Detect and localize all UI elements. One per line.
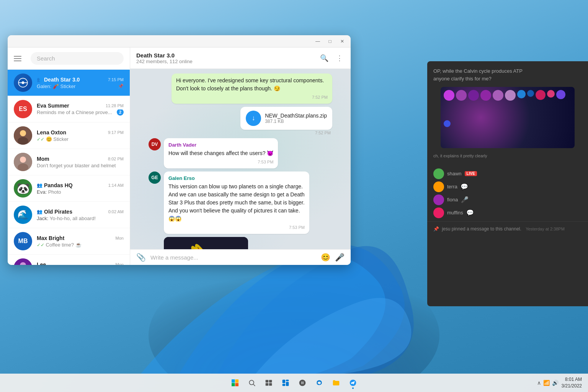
minimize-button[interactable]: — [312, 38, 323, 45]
file-time: 7:52 PM [240, 131, 332, 135]
chat-header-info: Death Star 3.0 242 members, 112 online [136, 52, 193, 64]
svg-rect-38 [266, 380, 269, 383]
telegram-window: — □ ✕ [8, 35, 351, 265]
cell-3 [468, 90, 479, 101]
pinned-time: Yesterday at 2:38PM [526, 227, 565, 231]
more-button[interactable]: ⋮ [335, 52, 345, 64]
sticker-svg [164, 237, 248, 250]
bg-app-image [441, 87, 574, 148]
start-button[interactable] [227, 375, 243, 390]
messages-area: Hi everyone. I've redesigned some key st… [130, 69, 351, 249]
badge-eva: 2 [117, 109, 124, 116]
cell-5 [493, 90, 503, 101]
avatar-lee [14, 258, 32, 265]
bubble-content-3: Darth Vader How will these changes affec… [164, 138, 278, 168]
sender-darth: Darth Vader [168, 141, 273, 149]
avatar-darth: DV [149, 138, 161, 150]
bg-avatar-fiona [433, 194, 444, 205]
chat-name-death-star: 👥 Death Star 3.0 [37, 77, 80, 83]
volume-icon: 🔊 [552, 380, 559, 386]
message-input[interactable] [150, 254, 316, 261]
chat-name-mom: Mom [37, 156, 49, 162]
svg-point-5 [20, 130, 26, 136]
taskbar-search[interactable] [244, 375, 260, 390]
svg-rect-40 [266, 383, 269, 386]
sticker-area: GE [149, 237, 332, 250]
chat-item-lena[interactable]: Lena Oxton 9:17 PM ✓✓ 😊 Sticker [8, 122, 130, 149]
bg-user-terra: terra 💬 [433, 181, 582, 192]
bg-chat-icon-terra: 💬 [461, 183, 468, 190]
chat-list: 👥 Death Star 3.0 7:15 PM Galen: 🧨 Sticke… [8, 70, 130, 265]
chat-header-actions: 🔍 ⋮ [318, 52, 345, 64]
chat-preview-death-star: Galen: 🧨 Sticker 📌 [37, 83, 124, 89]
sender-pandas: Eva: [37, 189, 47, 195]
chat-info-death-star: 👥 Death Star 3.0 7:15 PM Galen: 🧨 Sticke… [37, 77, 124, 89]
message-text-3: How will these changes affect the users?… [168, 149, 273, 157]
taskbar-time[interactable]: 8:01 AM 3/21/2022 [562, 376, 582, 389]
bg-avatar-terra [433, 181, 444, 192]
background-app: OP, while the Calvin cycle produces ATP … [427, 61, 588, 306]
chat-item-lee[interactable]: Lee Mon We can call it Galaxy Star 7 ;) [8, 255, 130, 265]
chat-info-lee: Lee Mon We can call it Galaxy Star 7 ;) [37, 261, 124, 265]
search-button[interactable]: 🔍 [318, 52, 330, 64]
chat-name-eva: Eva Summer [37, 103, 69, 109]
chat-name-lee: Lee [37, 261, 46, 265]
mic-button[interactable]: 🎤 [335, 253, 345, 262]
chat-time-max-bright: Mon [116, 236, 124, 240]
chat-item-eva[interactable]: ES Eva Summer 11:28 PM Reminds me of a C… [8, 96, 130, 122]
chat-name-pirates: 👥 Old Pirates [37, 209, 72, 215]
download-button[interactable]: ↓ [246, 111, 261, 126]
file-name: NEW_DeathStar.plans.zip [265, 113, 327, 119]
sidebar: 👥 Death Star 3.0 7:15 PM Galen: 🧨 Sticke… [8, 47, 130, 265]
cell-10 [547, 90, 555, 98]
svg-rect-42 [283, 380, 286, 383]
pinned-text: jesu pinned a message to this channel. [442, 226, 521, 232]
edge-button[interactable] [312, 375, 327, 390]
tray-icons: ∧ [537, 380, 541, 386]
svg-line-37 [253, 384, 255, 386]
chat-item-pirates[interactable]: 🌊 👥 Old Pirates 0:02 AM Jack: Yo-ho-ho, … [8, 202, 130, 228]
hamburger-line-1 [14, 56, 21, 57]
bg-username-muffins: muffins [447, 210, 463, 216]
chat-item-pandas[interactable]: 🐼 👥 Pandas HQ 1:14 AM Eva: Photo [8, 175, 130, 202]
hamburger-line-3 [14, 60, 21, 61]
sidebar-header [8, 47, 130, 70]
sender-pirates: Jack: [37, 216, 48, 221]
maximize-button[interactable]: □ [325, 38, 335, 45]
wifi-icon: 📶 [543, 380, 550, 386]
close-button[interactable]: ✕ [337, 38, 348, 45]
emoji-button[interactable]: 😊 [321, 253, 330, 262]
chat-item-death-star[interactable]: 👥 Death Star 3.0 7:15 PM Galen: 🧨 Sticke… [8, 70, 130, 96]
search-input[interactable] [31, 52, 124, 65]
message-1: Hi everyone. I've redesigned some key st… [172, 74, 332, 104]
chat-time-death-star: 7:15 PM [108, 77, 124, 82]
explorer-button[interactable] [328, 375, 344, 390]
cell-4 [480, 90, 491, 101]
cell-7 [517, 90, 526, 98]
bubble-content-1: Hi everyone. I've redesigned some key st… [172, 74, 332, 104]
message-text-4: This version can blow up two planets on … [168, 183, 305, 223]
bubble-time-1: 7:52 PM [176, 94, 328, 101]
svg-rect-34 [232, 383, 235, 387]
chat-preview-lena: ✓✓ 😊 Sticker [37, 136, 124, 142]
bg-user-shawn: shawn LIVE [433, 168, 582, 179]
bg-avatar-shawn [433, 168, 444, 179]
chat-button[interactable] [295, 375, 310, 390]
telegram-taskbar[interactable] [345, 375, 361, 390]
attach-button[interactable]: 📎 [136, 253, 146, 262]
widgets-button[interactable] [278, 375, 293, 390]
bg-username-terra: terra [447, 184, 457, 189]
message-3: DV Darth Vader How will these changes af… [149, 138, 278, 168]
file-size: 387.1 KB [265, 119, 327, 124]
svg-point-3 [22, 82, 24, 84]
menu-button[interactable] [14, 52, 26, 65]
message-4: GE Galen Erso This version can blow up t… [149, 172, 309, 234]
chat-item-mom[interactable]: Mom 8:02 PM Don't forget your blaster an… [8, 149, 130, 175]
svg-point-9 [18, 163, 28, 171]
cell-12 [444, 120, 451, 127]
chat-item-max-bright[interactable]: MB Max Bright Mon ✓✓ Coffee time? ☕ [8, 228, 130, 255]
svg-rect-41 [269, 383, 272, 386]
chat-subtitle: 242 members, 112 online [136, 59, 193, 64]
group-icon-pandas: 👥 [37, 183, 42, 188]
task-view[interactable] [261, 375, 276, 390]
